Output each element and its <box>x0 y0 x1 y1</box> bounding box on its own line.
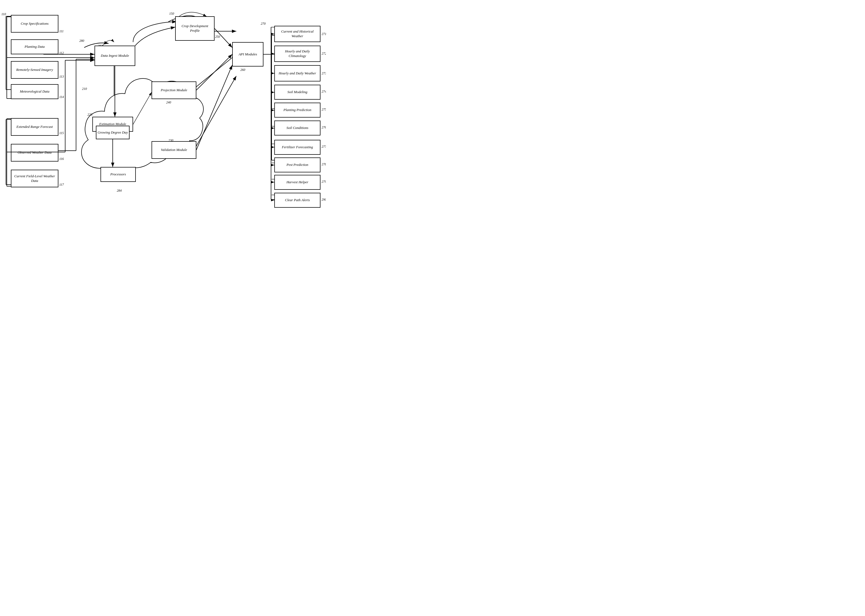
label-111: 111 <box>59 29 64 33</box>
diagram: 110 Crop Specifications 111 Planting Dat… <box>0 0 326 234</box>
box-extended-range: Extended Range Forecast <box>11 118 58 136</box>
label-114: 114 <box>59 95 64 99</box>
label-274: 274 <box>322 90 326 94</box>
label-113: 113 <box>59 75 64 79</box>
box-soil-modeling: Soil Modeling <box>274 85 321 100</box>
label-273: 273 <box>322 71 326 75</box>
box-data-ingest: Data Ingest Module <box>94 46 135 66</box>
label-275: 275 <box>322 107 326 112</box>
label-277: 277 <box>322 145 326 149</box>
box-planting-data: Planting Data <box>11 39 58 54</box>
label-279: 279 <box>322 180 326 184</box>
box-hourly-daily-weather: Hourly and Daily Weather <box>274 65 321 82</box>
label-115: 115 <box>59 131 64 135</box>
label-220: 220 <box>88 113 92 117</box>
label-290: 290 <box>322 198 326 202</box>
label-270: 270 <box>261 22 266 26</box>
box-clear-path: Clear Path Alerts <box>274 193 321 208</box>
label-250: 250 <box>215 35 220 39</box>
box-harvest-helper: Harvest Helper <box>274 175 321 190</box>
label-150: 150 <box>169 12 174 16</box>
box-growing-degree: Growing Degree Day <box>96 126 129 139</box>
label-276: 276 <box>322 126 326 129</box>
box-meteorological: Meteorological Data <box>11 84 58 99</box>
label-260: 260 <box>241 68 245 72</box>
box-crop-dev-profile: Crop Development Profile <box>175 16 215 41</box>
box-fertilizer: Fertilizer Forecasting <box>274 140 321 155</box>
label-116: 116 <box>59 157 64 161</box>
label-272: 272 <box>322 52 326 56</box>
label-112: 112 <box>59 51 64 55</box>
box-current-field: Current Field-Level Weather Data <box>11 170 58 187</box>
box-pest-prediction: Pest Prediction <box>274 157 321 172</box>
label-278: 278 <box>322 162 326 167</box>
box-crop-specs: Crop Specifications <box>11 15 58 33</box>
box-processors: Processors <box>101 167 136 182</box>
box-soil-conditions: Soil Conditions <box>274 121 321 135</box>
label-210: 210 <box>82 87 87 91</box>
box-observed-weather: Observed Weather Data <box>11 144 58 162</box>
box-validation-module: Validation Module <box>151 141 197 159</box>
label-117: 117 <box>59 183 64 187</box>
label-110: 110 <box>2 12 6 16</box>
label-271: 271 <box>322 32 326 36</box>
box-hourly-daily-clim: Hourly and Daily Climatology <box>274 46 321 62</box>
label-230: 230 <box>168 138 173 143</box>
label-240: 240 <box>166 101 171 105</box>
box-remotely-sensed: Remotely-Sensed Imagery <box>11 61 58 79</box>
label-280: 280 <box>79 39 84 43</box>
box-api-modules: API Modules <box>232 42 263 66</box>
box-current-historical: Current and Historical Weather <box>274 26 321 42</box>
label-284: 284 <box>117 189 122 193</box>
box-planting-prediction: Planting Prediction <box>274 103 321 118</box>
box-projection-module: Projection Module <box>151 82 197 99</box>
